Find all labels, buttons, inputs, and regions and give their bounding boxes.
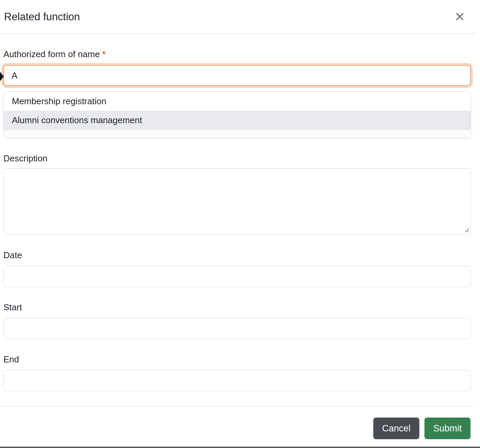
- authorized-name-label: Authorized form of name*: [3, 49, 471, 60]
- autocomplete-option-highlighted[interactable]: Alumni conventions management: [4, 111, 471, 130]
- authorized-name-input[interactable]: [3, 65, 471, 86]
- description-textarea[interactable]: [3, 169, 471, 235]
- end-input[interactable]: [3, 370, 471, 391]
- date-input[interactable]: [3, 266, 471, 287]
- submit-button[interactable]: Submit: [424, 418, 471, 439]
- description-label: Description: [3, 153, 471, 164]
- dialog-header: Related function ✕: [0, 0, 475, 34]
- close-icon[interactable]: ✕: [450, 10, 470, 23]
- background-page-edge: [0, 447, 480, 448]
- dialog-footer: Cancel Submit: [0, 406, 475, 439]
- end-label: End: [3, 354, 471, 365]
- related-function-dialog: Related function ✕ Authorized form of na…: [0, 0, 480, 448]
- date-label: Date: [3, 250, 471, 261]
- autocomplete-option[interactable]: Membership registration: [4, 92, 471, 111]
- start-input[interactable]: [3, 318, 471, 339]
- dialog-body: Authorized form of name* Membership regi…: [0, 49, 480, 391]
- required-asterisk: *: [102, 49, 106, 59]
- start-label: Start: [3, 302, 471, 313]
- mouse-cursor: [0, 72, 4, 81]
- cancel-button[interactable]: Cancel: [373, 418, 419, 439]
- autocomplete-footer: [4, 130, 471, 138]
- autocomplete-dropdown: Membership registration Alumni conventio…: [3, 91, 471, 138]
- dialog-title: Related function: [4, 11, 80, 23]
